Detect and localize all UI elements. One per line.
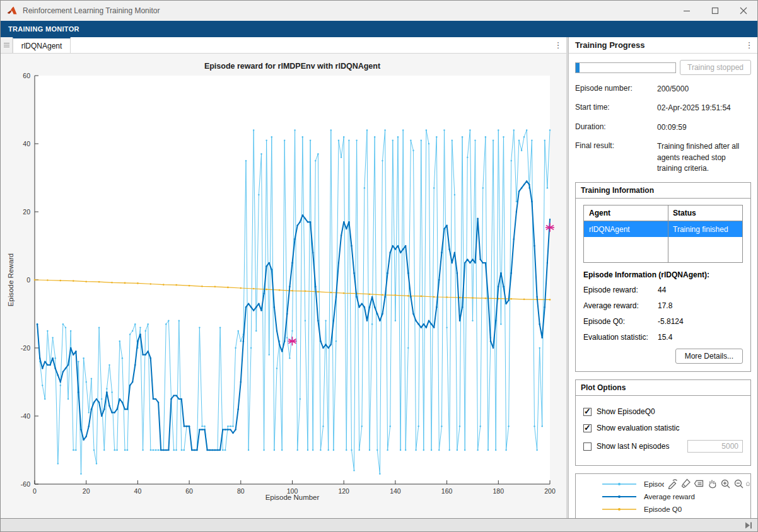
svg-text:100: 100 xyxy=(287,487,298,495)
svg-text:60: 60 xyxy=(185,487,193,495)
svg-text:160: 160 xyxy=(441,487,453,495)
plot-option-row: Show last N episodes xyxy=(583,440,743,453)
svg-text:40: 40 xyxy=(134,487,142,495)
episode-information: Episode reward:44Average reward:17.8Epis… xyxy=(583,286,743,342)
info-label: Start time: xyxy=(575,103,657,113)
bottom-status-strip xyxy=(1,518,757,531)
checkbox-unchecked[interactable] xyxy=(583,442,592,451)
checkbox-checked[interactable] xyxy=(583,424,592,432)
training-progress-bar xyxy=(575,62,676,73)
svg-text:120: 120 xyxy=(338,487,349,495)
zoom-out-icon[interactable] xyxy=(732,477,745,490)
legend-entry: Episode Q0 xyxy=(601,503,750,516)
plot-option-row: Show evaluation statistic xyxy=(583,424,743,432)
info-value: 00:09:59 xyxy=(657,122,751,133)
svg-text:80: 80 xyxy=(237,487,245,495)
episode-info-value: -5.8124 xyxy=(658,317,684,326)
episode-info-value: 44 xyxy=(658,286,666,294)
training-information-group: Training Information Agent Status rlDQNA… xyxy=(575,182,751,372)
training-progress-panel: Training Progress ⋮ Training stopped Epi… xyxy=(568,37,757,518)
svg-text:-20: -20 xyxy=(21,344,30,352)
svg-text:0: 0 xyxy=(33,487,37,495)
info-row: Start time:02-Apr-2025 19:51:54 xyxy=(575,103,751,113)
agent-status-table: Agent Status rlDQNAgent Training finishe… xyxy=(583,205,743,263)
svg-text:Episode Reward: Episode Reward xyxy=(7,253,15,306)
info-value: 200/5000 xyxy=(657,84,751,95)
svg-text:200: 200 xyxy=(544,487,556,495)
info-value: Training finished after all agents reach… xyxy=(657,141,751,174)
column-header-status: Status xyxy=(668,209,742,217)
svg-text:20: 20 xyxy=(83,487,90,495)
panel-header: Training Progress ⋮ xyxy=(569,37,757,54)
info-label: Duration: xyxy=(575,122,657,133)
cell-agent: rlDQNAgent xyxy=(584,225,668,234)
more-details-button[interactable]: More Details... xyxy=(675,349,743,364)
group-title: Training Information xyxy=(576,183,750,199)
svg-text:60: 60 xyxy=(23,72,30,79)
datatips-icon[interactable] xyxy=(692,477,706,490)
svg-text:40: 40 xyxy=(23,140,30,147)
maximize-button[interactable] xyxy=(701,1,729,21)
panel-title: Training Progress xyxy=(575,40,741,50)
episode-info-value: 17.8 xyxy=(658,301,672,310)
zoom-in-icon[interactable] xyxy=(719,477,732,490)
checkbox-label: Show EpisodeQ0 xyxy=(597,407,655,416)
training-stopped-button[interactable]: Training stopped xyxy=(680,60,751,75)
document-options-icon[interactable]: ⋮ xyxy=(550,37,566,53)
expand-panel-icon[interactable] xyxy=(745,522,752,529)
tab-rldqnagent[interactable]: rlDQNAgent xyxy=(13,37,71,53)
cell-status: Training finished xyxy=(668,225,742,234)
checkbox-label: Show last N episodes xyxy=(597,442,669,451)
pan-icon[interactable] xyxy=(706,477,719,490)
episode-info-label: Average reward: xyxy=(583,301,658,310)
checkbox-label: Show evaluation statistic xyxy=(597,424,679,432)
brush-icon[interactable] xyxy=(679,477,692,490)
run-info: Episode number:200/5000Start time:02-Apr… xyxy=(575,84,751,174)
restore-view-icon[interactable] xyxy=(745,477,750,490)
legend-label: Average reward xyxy=(644,493,695,501)
plot-options-group: Plot Options Show EpisodeQ0Show evaluati… xyxy=(575,379,751,466)
table-header-row: Agent Status xyxy=(584,205,742,221)
document-tabstrip: rlDQNAgent ⋮ xyxy=(1,37,566,54)
title-bar: Reinforcement Learning Training Monitor xyxy=(1,1,757,21)
training-chart: Episode reward for rlMDPEnv with rlDQNAg… xyxy=(1,54,566,518)
column-header-agent: Agent xyxy=(584,209,668,217)
episode-info-row: Episode reward:44 xyxy=(583,286,743,294)
episode-information-title: Episode Information (rlDQNAgent): xyxy=(583,270,743,279)
tab-training-monitor[interactable]: TRAINING MONITOR xyxy=(1,21,87,37)
panel-options-icon[interactable]: ⋮ xyxy=(741,40,757,50)
svg-text:Episode reward for rlMDPEnv wi: Episode reward for rlMDPEnv with rlDQNAg… xyxy=(204,62,381,71)
tab-grip-icon[interactable] xyxy=(1,37,13,53)
minimize-button[interactable] xyxy=(672,1,701,21)
episode-info-value: 15.4 xyxy=(658,333,672,342)
export-icon[interactable] xyxy=(666,477,679,490)
plot-option-row: Show EpisodeQ0 xyxy=(583,407,743,416)
svg-text:20: 20 xyxy=(23,208,30,216)
training-figure: Episode reward for rlMDPEnv with rlDQNAg… xyxy=(1,54,566,518)
legend-marker-icon xyxy=(601,492,638,502)
legend-marker-icon xyxy=(601,504,638,514)
episode-info-label: Episode Q0: xyxy=(583,317,658,326)
legend-marker-icon xyxy=(601,479,638,489)
window-title: Reinforcement Learning Training Monitor xyxy=(23,6,672,15)
info-row: Final result:Training finished after all… xyxy=(575,141,751,174)
table-column-divider xyxy=(668,205,668,262)
matlab-logo-icon xyxy=(6,6,18,16)
episode-info-label: Episode reward: xyxy=(583,286,658,294)
svg-text:-60: -60 xyxy=(21,480,30,488)
episode-info-row: Average reward:17.8 xyxy=(583,301,743,310)
checkbox-checked[interactable] xyxy=(583,408,592,416)
progress-fill xyxy=(576,63,580,72)
close-button[interactable] xyxy=(729,1,757,21)
info-label: Final result: xyxy=(575,141,657,174)
svg-text:140: 140 xyxy=(390,487,401,495)
last-n-episodes-input[interactable] xyxy=(687,440,743,453)
legend-entry: Average reward xyxy=(601,490,750,503)
table-row[interactable]: rlDQNAgent Training finished xyxy=(584,221,742,237)
info-row: Episode number:200/5000 xyxy=(575,84,751,95)
episode-info-row: Evaluation statistic:15.4 xyxy=(583,333,743,342)
legend-entry: Evaluation statistic(MeanEpisodeReward) xyxy=(601,516,750,518)
info-row: Duration:00:09:59 xyxy=(575,122,751,133)
svg-text:0: 0 xyxy=(26,276,30,284)
legend-label: Evaluation statistic(MeanEpisodeReward) xyxy=(644,517,718,518)
